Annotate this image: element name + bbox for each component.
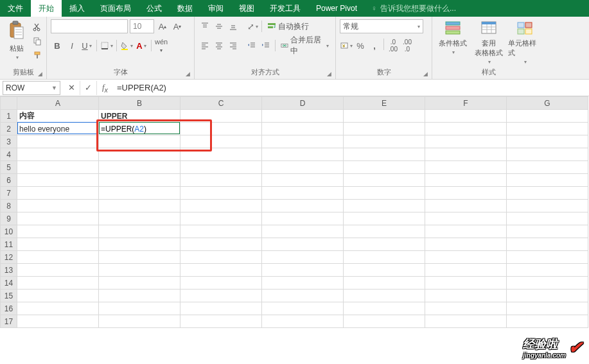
row-header-15[interactable]: 15 [1,290,17,302]
cell-F13[interactable] [425,264,507,277]
phonetic-button[interactable]: wén▾ [155,39,168,53]
cell-E4[interactable] [344,148,425,161]
number-format-combo[interactable]: 常规 ▾ [340,19,423,33]
tab-view[interactable]: 视图 [231,0,262,17]
align-bottom-button[interactable] [227,19,240,33]
cell-F15[interactable] [425,290,507,302]
cell-F1[interactable] [425,110,507,123]
cell-D3[interactable] [262,135,344,148]
font-family-combo[interactable] [51,19,128,33]
cell-E6[interactable] [344,174,425,187]
cell-B9[interactable] [99,212,180,225]
row-header-2[interactable]: 2 [1,123,17,135]
align-middle-button[interactable] [213,19,225,33]
align-right-button[interactable] [227,39,240,53]
tab-page-layout[interactable]: 页面布局 [92,0,139,17]
cell-E13[interactable] [344,264,425,277]
cell-C10[interactable] [180,225,262,238]
cell-A10[interactable] [17,225,99,238]
font-launcher[interactable]: ◢ [186,71,190,77]
format-as-table-button[interactable]: 套用 表格格式▾ [472,19,505,65]
cell-B11[interactable] [99,238,180,251]
cell-F10[interactable] [425,225,507,238]
increase-indent-button[interactable] [259,39,272,53]
paste-button[interactable]: 粘贴 ▾ [4,19,30,60]
cell-B7[interactable] [99,187,180,200]
tab-insert[interactable]: 插入 [62,0,92,17]
cell-E7[interactable] [344,187,425,200]
cell-D16[interactable] [262,302,344,315]
cell-A11[interactable] [17,238,99,251]
cell-A13[interactable] [17,264,99,277]
cell-D2[interactable] [262,123,344,135]
column-header-F[interactable]: F [425,97,507,110]
cell-A16[interactable] [17,302,99,315]
row-header-5[interactable]: 5 [1,161,17,174]
cell-D17[interactable] [262,315,344,328]
tab-powerpivot[interactable]: Power Pivot [308,0,365,17]
clipboard-launcher[interactable]: ◢ [38,71,42,77]
row-header-4[interactable]: 4 [1,148,17,161]
cell-F5[interactable] [425,161,507,174]
orientation-button[interactable]: ⤢▾ [246,19,259,33]
accounting-format-button[interactable]: ¥▾ [340,39,353,53]
cell-B2[interactable]: =UPPER(A2) [99,123,180,135]
increase-font-button[interactable]: A▴ [156,19,169,33]
cell-D10[interactable] [262,225,344,238]
row-header-8[interactable]: 8 [1,200,17,212]
row-header-16[interactable]: 16 [1,302,17,315]
cell-A5[interactable] [17,161,99,174]
row-header-7[interactable]: 7 [1,187,17,200]
tab-file[interactable]: 文件 [0,0,31,17]
cell-D11[interactable] [262,238,344,251]
cell-A9[interactable] [17,212,99,225]
cell-C3[interactable] [180,135,262,148]
cell-G3[interactable] [507,135,588,148]
cell-C17[interactable] [180,315,262,328]
cell-B1[interactable]: UPPER [99,110,180,123]
cell-G12[interactable] [507,251,588,264]
cell-G17[interactable] [507,315,588,328]
cell-G9[interactable] [507,212,588,225]
cell-G15[interactable] [507,290,588,302]
name-box[interactable]: ROW ▼ [3,81,60,95]
cell-C16[interactable] [180,302,262,315]
cell-A14[interactable] [17,277,99,290]
column-header-E[interactable]: E [344,97,425,110]
cell-B4[interactable] [99,148,180,161]
cut-button[interactable] [32,22,42,32]
tell-me-search[interactable]: ♀ 告诉我您想要做什么... [371,3,456,14]
cell-C4[interactable] [180,148,262,161]
cell-A6[interactable] [17,174,99,187]
cell-A3[interactable] [17,135,99,148]
cell-E14[interactable] [344,277,425,290]
cell-E16[interactable] [344,302,425,315]
copy-button[interactable] [32,36,42,46]
cell-G14[interactable] [507,277,588,290]
cell-A8[interactable] [17,200,99,212]
cell-F4[interactable] [425,148,507,161]
cell-B10[interactable] [99,225,180,238]
cell-C8[interactable] [180,200,262,212]
cell-C9[interactable] [180,212,262,225]
cell-F9[interactable] [425,212,507,225]
cell-B8[interactable] [99,200,180,212]
cell-G13[interactable] [507,264,588,277]
column-header-C[interactable]: C [180,97,262,110]
italic-button[interactable]: I [66,39,78,53]
row-header-12[interactable]: 12 [1,251,17,264]
cell-F6[interactable] [425,174,507,187]
cell-C12[interactable] [180,251,262,264]
cell-E2[interactable] [344,123,425,135]
cell-E5[interactable] [344,161,425,174]
cell-E10[interactable] [344,225,425,238]
font-color-button[interactable]: A▾ [135,39,148,53]
cell-B14[interactable] [99,277,180,290]
column-header-G[interactable]: G [507,97,588,110]
cell-B6[interactable] [99,174,180,187]
cell-G2[interactable] [507,123,588,135]
cell-A7[interactable] [17,187,99,200]
cell-B12[interactable] [99,251,180,264]
cell-E17[interactable] [344,315,425,328]
comma-button[interactable]: , [368,39,381,53]
